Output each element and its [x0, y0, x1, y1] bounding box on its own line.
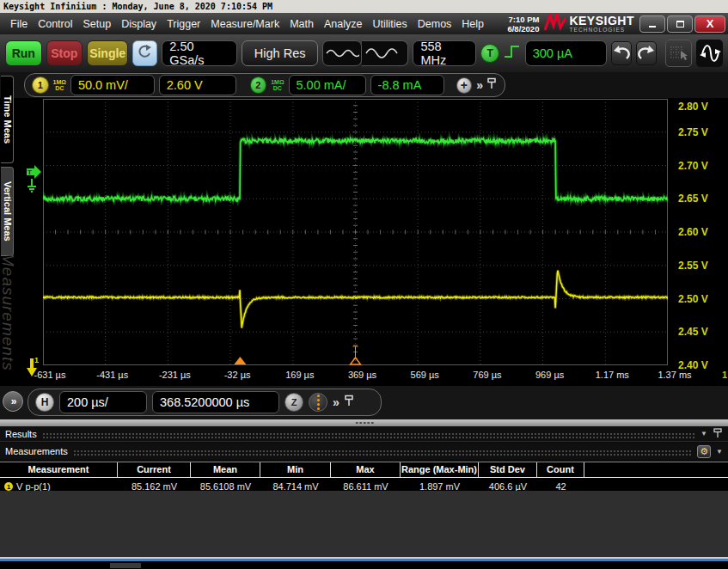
taskbar-item[interactable]: [110, 563, 141, 568]
voltage-tick-label: 2.80 V: [678, 101, 708, 113]
pin-icon[interactable]: [343, 394, 355, 411]
menu-item[interactable]: Help: [456, 15, 489, 33]
menu-item[interactable]: Setup: [77, 15, 116, 33]
keysight-logo: KEYSIGHT TECHNOLOGIES: [544, 13, 634, 35]
column-header[interactable]: Measurement: [0, 462, 118, 477]
time-tick-label: -32 µs: [224, 370, 251, 380]
sample-rate-display[interactable]: 2.50 GSa/s: [162, 40, 237, 66]
table-header-row: MeasurementCurrentMeanMinMaxRange (Max-M…: [0, 462, 728, 478]
bandwidth-display[interactable]: 558 MHz: [413, 40, 476, 66]
time-axis-labels: -631 µs-431 µs-231 µs-32 µs169 µs369 µs5…: [0, 367, 728, 384]
menu-item[interactable]: Display: [116, 15, 162, 33]
gear-icon[interactable]: ⚙: [697, 445, 711, 458]
time-tick-label: 169 µs: [285, 370, 314, 380]
trigger-position-button[interactable]: [309, 393, 327, 412]
acq-mode-button[interactable]: High Res: [242, 40, 318, 66]
time-tick-label: 969 µs: [535, 370, 564, 380]
column-header[interactable]: Mean: [191, 462, 260, 477]
brand-subtitle: TECHNOLOGIES: [569, 27, 634, 33]
horizontal-button[interactable]: H: [35, 393, 54, 412]
restore-icon: [676, 21, 684, 28]
expand-panel-button[interactable]: »: [3, 391, 23, 412]
stop-button[interactable]: Stop: [46, 40, 83, 66]
menu-caret-icon[interactable]: ▼: [716, 448, 723, 456]
channel-bar: 1 1MΩDC 50.0 mV/ 2.60 V 2 1MΩDC 5.00 mA/…: [0, 72, 728, 98]
channel-1-coupling[interactable]: 1MΩDC: [53, 79, 66, 92]
time-tick-label: 769 µs: [473, 370, 501, 380]
channel-2-trigger-level-marker[interactable]: T: [25, 164, 43, 199]
menu-item[interactable]: File: [5, 15, 33, 33]
pin-icon[interactable]: [713, 427, 723, 441]
menu-item[interactable]: Demos: [413, 15, 457, 33]
channel-2-button[interactable]: 2: [250, 76, 267, 94]
voltage-tick-label: 2.45 V: [678, 326, 708, 338]
menu-items: FileControlSetupDisplayTriggerMeasure/Ma…: [0, 15, 489, 33]
waveform-plot[interactable]: [43, 99, 668, 365]
collapse-caret-icon[interactable]: ▼: [700, 430, 707, 437]
column-header[interactable]: Max: [331, 462, 401, 477]
channel-controls-group: 1 1MΩDC 50.0 mV/ 2.60 V 2 1MΩDC 5.00 mA/…: [24, 73, 505, 97]
column-header[interactable]: Min: [260, 462, 331, 477]
add-channel-button[interactable]: +: [456, 77, 473, 94]
trigger-source-button[interactable]: T: [480, 44, 499, 63]
redo-button[interactable]: [636, 41, 657, 65]
menu-item[interactable]: Math: [284, 15, 319, 33]
voltage-axis-labels: 2.80 V2.75 V2.70 V2.65 V2.60 V2.55 V2.50…: [673, 98, 726, 373]
column-header[interactable]: Current: [118, 462, 191, 477]
rising-edge-icon[interactable]: [504, 43, 521, 64]
panel-splitter[interactable]: [0, 419, 728, 426]
orange-dots-icon: [317, 395, 320, 410]
voltage-tick-label: 2.70 V: [678, 160, 708, 172]
grid-cursor-icon[interactable]: [665, 40, 692, 67]
menu-item[interactable]: Trigger: [162, 15, 205, 33]
column-header[interactable]: Count: [537, 462, 584, 477]
undo-button[interactable]: [611, 41, 632, 65]
time-tick-label: -231 µs: [159, 370, 191, 380]
minimize-button[interactable]: [639, 15, 665, 33]
window-titlebar: Keysight Infiniium : Monday, June 8, 202…: [0, 0, 728, 13]
taskbar-accent-line: [0, 559, 728, 561]
time-tick-label: 569 µs: [411, 370, 439, 380]
trigger-level-display[interactable]: 300 µA: [525, 40, 607, 66]
more-chevrons-icon[interactable]: »: [333, 395, 338, 409]
column-header[interactable]: Std Dev: [479, 462, 537, 477]
channel-1-offset-display[interactable]: 2.60 V: [159, 75, 236, 95]
pin-icon[interactable]: [486, 76, 498, 94]
circular-arrow-icon: [138, 44, 153, 63]
timebase-position-display[interactable]: 368.5200000 µs: [152, 391, 279, 413]
menu-item[interactable]: Utilities: [367, 15, 412, 33]
clock: 7:10 PM 6/8/2020: [507, 15, 539, 34]
close-button[interactable]: X: [694, 15, 725, 33]
expand-chevrons-icon[interactable]: »: [476, 78, 481, 92]
scope-display: Time Meas Vertical Meas Measurements 2.8…: [0, 98, 728, 386]
bottom-edge: [0, 557, 728, 569]
voltage-tick-label: 2.55 V: [678, 260, 708, 272]
timebase-scale-display[interactable]: 200 µs/: [59, 391, 147, 413]
channel-2-scale-display[interactable]: 5.00 mA/: [289, 75, 366, 95]
channel-1-button[interactable]: 1: [32, 76, 49, 94]
measurements-title: Measurements: [5, 446, 68, 456]
waveform-large-icon[interactable]: [362, 40, 408, 66]
touch-toggle-button[interactable]: [132, 40, 157, 66]
results-title: Results: [5, 429, 37, 439]
waveform-small-icon[interactable]: [322, 40, 362, 66]
single-button[interactable]: Single: [87, 40, 128, 66]
channel-2-coupling[interactable]: 1MΩDC: [271, 79, 284, 92]
results-empty-area: [0, 491, 728, 557]
voltage-tick-label: 2.75 V: [678, 126, 708, 138]
channel-1-offset-marker[interactable]: 1: [26, 355, 41, 382]
voltage-tick-label: 2.65 V: [678, 193, 708, 205]
restore-button[interactable]: [667, 15, 693, 33]
menu-item[interactable]: Control: [33, 15, 77, 33]
menu-bar: FileControlSetupDisplayTriggerMeasure/Ma…: [0, 13, 728, 34]
column-header[interactable]: Range (Max-Min): [401, 462, 479, 477]
zoom-button[interactable]: Z: [284, 393, 303, 412]
tab-time-meas[interactable]: Time Meas: [1, 76, 14, 163]
channel-1-scale-display[interactable]: 50.0 mV/: [70, 75, 155, 95]
channel-2-offset-display[interactable]: -8.8 mA: [370, 75, 444, 95]
menu-item[interactable]: Measure/Mark: [205, 15, 284, 33]
autoscale-icon[interactable]: [696, 40, 723, 67]
menu-item[interactable]: Analyze: [319, 15, 367, 33]
tab-vertical-meas[interactable]: Vertical Meas: [1, 167, 14, 256]
run-button[interactable]: Run: [5, 40, 42, 66]
